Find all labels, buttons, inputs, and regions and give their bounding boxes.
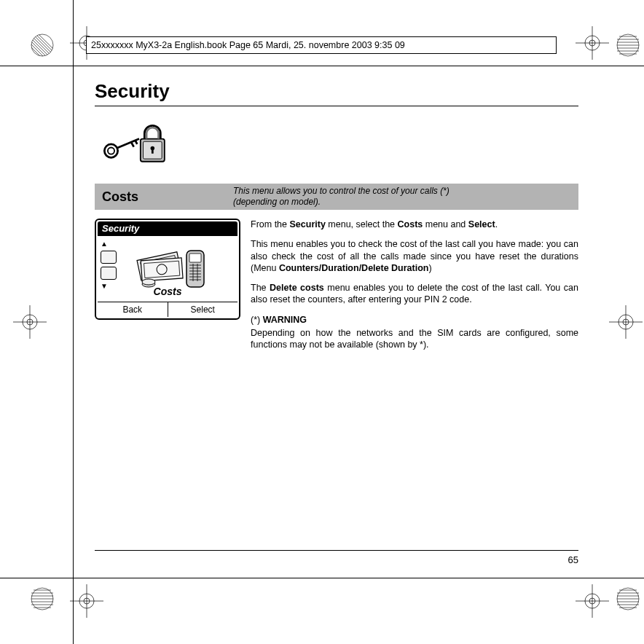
regmark-icon (615, 586, 641, 612)
title-rule (95, 106, 578, 106)
regmark-icon (29, 586, 55, 612)
regmark-icon (615, 32, 641, 58)
svg-line-5 (31, 32, 55, 58)
svg-rect-63 (152, 148, 154, 153)
crop-line-bottom (0, 578, 644, 578)
phone-screen-title: Security (98, 221, 237, 236)
crosshair-icon (576, 584, 609, 618)
svg-line-7 (36, 32, 55, 58)
softkey-back: Back (98, 302, 168, 317)
phone-menu-icon (101, 251, 117, 264)
svg-line-3 (29, 32, 55, 58)
crosshair-icon (70, 584, 103, 618)
svg-line-2 (29, 32, 55, 58)
page-title: Security (95, 80, 578, 103)
phone-menu-icon (101, 267, 117, 280)
softkey-select: Select (168, 302, 238, 317)
section-bar-costs: Costs This menu allows you to control th… (95, 184, 578, 210)
phone-screenshot: Security ▲ ▼ (95, 219, 240, 358)
section-description: This menu allows you to control the cost… (233, 186, 449, 208)
svg-point-64 (104, 144, 117, 157)
svg-point-1 (31, 34, 53, 56)
running-header-text: 25xxxxxxx MyX3-2a English.book Page 65 M… (91, 40, 405, 50)
running-header: 25xxxxxxx MyX3-2a English.book Page 65 M… (86, 36, 557, 54)
regmark-icon (29, 32, 55, 58)
crop-line-top (0, 66, 644, 66)
phone-side-icons: ▲ ▼ (101, 240, 117, 290)
body-text: From the Security menu, select the Costs… (251, 219, 578, 358)
crosshair-icon (13, 305, 47, 339)
svg-point-65 (108, 148, 114, 154)
svg-line-67 (131, 142, 134, 146)
page-number: 65 (568, 554, 578, 565)
crosshair-icon (576, 26, 609, 60)
crop-line-vertical (73, 0, 74, 644)
crosshair-icon (609, 305, 643, 339)
footer-rule (95, 550, 578, 551)
phone-screen-label: Costs (98, 286, 237, 297)
svg-rect-77 (189, 254, 201, 262)
nav-up-icon: ▲ (101, 240, 108, 248)
section-title: Costs (102, 189, 233, 205)
lock-key-illustration (95, 118, 182, 169)
svg-point-75 (142, 279, 155, 285)
svg-line-4 (29, 32, 55, 58)
